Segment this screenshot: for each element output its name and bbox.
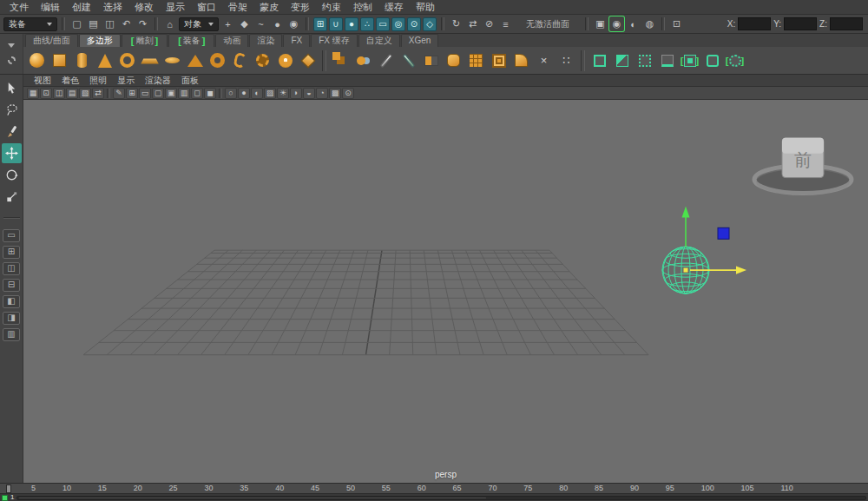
absolute-transform-icon[interactable]: ⊡ — [669, 16, 684, 31]
multisample-icon[interactable]: ▩ — [329, 88, 341, 99]
manipulator-plane-handle[interactable] — [718, 227, 729, 239]
perspective-viewport[interactable]: 前 persp — [23, 100, 868, 483]
menu-item[interactable]: 控制 — [347, 0, 378, 14]
multi-cut-icon[interactable] — [375, 49, 397, 72]
menu-item[interactable]: 缓存 — [378, 0, 410, 14]
range-bar-handle[interactable] — [19, 498, 485, 498]
select-curves-icon[interactable]: ~ — [253, 16, 268, 31]
move-tool[interactable] — [2, 143, 22, 163]
time-slider[interactable]: 5101520253035404550556065707580859095100… — [0, 483, 868, 493]
construction-history-icon[interactable]: ⊘ — [482, 16, 496, 31]
axis-input[interactable] — [784, 17, 817, 30]
select-joints-icon[interactable]: ◆ — [237, 16, 252, 31]
selection-mask-selector[interactable]: 对象 — [179, 17, 219, 31]
menu-item[interactable]: 骨架 — [222, 0, 253, 14]
safe-title-icon[interactable]: ◼ — [204, 88, 216, 99]
save-scene-icon[interactable]: ◫ — [102, 16, 117, 31]
manipulator-x-arrowhead[interactable] — [736, 267, 746, 274]
lights-icon[interactable]: ☀ — [277, 88, 289, 99]
poly-disc-icon[interactable] — [161, 49, 183, 72]
render-settings-icon[interactable]: ◍ — [642, 16, 657, 31]
redo-icon[interactable]: ↷ — [135, 16, 150, 31]
image-plane-icon[interactable]: ▧ — [79, 88, 91, 99]
poly-cone-icon[interactable] — [94, 49, 115, 72]
panel-menu-item[interactable]: 渲染器 — [140, 75, 176, 87]
poly-cube-icon[interactable] — [49, 49, 70, 72]
panel-menu-item[interactable]: 照明 — [84, 75, 112, 87]
snap-center-icon[interactable]: ⊙ — [407, 17, 421, 31]
smooth-shade-icon[interactable]: ● — [238, 88, 250, 99]
poly-pipe-icon[interactable] — [207, 49, 228, 72]
menu-item[interactable]: 约束 — [316, 0, 347, 14]
layout-hypershade-persp[interactable]: ▥ — [3, 328, 20, 341]
undo-icon[interactable]: ↶ — [119, 16, 134, 31]
layout-single-pane[interactable]: ▭ — [3, 229, 20, 242]
delete-edge-icon[interactable]: × — [533, 49, 555, 72]
shelf-tab[interactable]: FX 缓存 — [311, 34, 358, 47]
multi-component-icon[interactable]: [] — [724, 49, 746, 72]
two-d-pan-zoom-icon[interactable]: ⇄ — [92, 88, 104, 99]
layout-three-pane-left[interactable]: ◧ — [3, 295, 20, 308]
subdivide-icon[interactable] — [465, 49, 487, 72]
input-connections-icon[interactable]: ↻ — [449, 16, 464, 31]
layout-two-pane-stacked[interactable]: ⊟ — [3, 279, 20, 292]
poly-sphere-icon[interactable] — [26, 49, 48, 72]
bookmarks-icon[interactable]: ▤ — [66, 88, 78, 99]
bevel-icon[interactable] — [510, 49, 532, 72]
ambient-occlusion-icon[interactable]: ◒ — [303, 88, 315, 99]
menu-item[interactable]: 显示 — [160, 0, 191, 14]
shelf-tab[interactable]: [装备] — [168, 34, 214, 47]
shelf-tab[interactable]: 动画 — [215, 34, 248, 47]
quad-draw-icon[interactable] — [398, 49, 419, 72]
face-mode-icon[interactable]: [] — [679, 49, 700, 72]
select-handles-icon[interactable]: + — [220, 16, 235, 31]
lock-camera-icon[interactable]: ⊡ — [40, 88, 52, 99]
isolate-select-icon[interactable]: ⊙ — [342, 88, 354, 99]
shelf-tab[interactable]: FX — [283, 34, 310, 47]
shelf-editor-gear-icon[interactable] — [8, 56, 16, 64]
layout-two-pane-side[interactable]: ◫ — [3, 262, 20, 275]
axis-input[interactable] — [738, 17, 771, 30]
append-to-polygon-icon[interactable]: ∷ — [556, 49, 577, 72]
current-time-marker[interactable] — [6, 485, 11, 493]
range-slider[interactable]: 1 — [0, 493, 868, 501]
wireframe-display-icon[interactable]: ○ — [225, 88, 237, 99]
make-live-icon[interactable]: ◎ — [391, 17, 405, 31]
menu-set-selector[interactable]: 装备 — [3, 17, 57, 31]
shelf-tab[interactable]: 曲线/曲面 — [25, 34, 78, 47]
poly-gear-icon[interactable] — [252, 49, 273, 72]
grease-pencil-icon[interactable]: ✎ — [113, 88, 125, 99]
menu-item[interactable]: 窗口 — [191, 0, 222, 14]
poly-helix-icon[interactable] — [229, 49, 251, 72]
default-material-icon[interactable]: ◐ — [251, 88, 263, 99]
resolution-gate-icon[interactable]: ▢ — [152, 88, 164, 99]
manipulator-center-handle[interactable] — [684, 268, 688, 273]
open-scene-icon[interactable]: ▤ — [86, 16, 101, 31]
panel-menu-item[interactable]: 面板 — [176, 75, 204, 87]
smooth-icon[interactable] — [443, 49, 464, 72]
select-deformations-icon[interactable]: ◉ — [286, 16, 301, 31]
list-inputs-icon[interactable]: ≡ — [498, 16, 513, 31]
ipr-render-icon[interactable]: ◐ — [626, 16, 641, 31]
viewport-canvas[interactable]: 前 — [23, 100, 868, 483]
poly-torus-icon[interactable] — [116, 49, 138, 72]
select-surfaces-icon[interactable]: ● — [270, 16, 285, 31]
paint-select-tool[interactable] — [2, 122, 22, 142]
select-hierarchy-icon[interactable]: ⌂ — [162, 16, 177, 31]
layout-four-pane[interactable]: ⊞ — [3, 246, 20, 259]
extrude-icon[interactable] — [488, 49, 510, 72]
field-chart-icon[interactable]: ▥ — [178, 88, 190, 99]
render-current-frame-icon[interactable]: ◉ — [609, 16, 624, 31]
poly-plane-icon[interactable] — [139, 49, 161, 72]
panel-menu-item[interactable]: 显示 — [112, 75, 140, 87]
menu-item[interactable]: 编辑 — [35, 0, 66, 14]
menu-item[interactable]: 创建 — [66, 0, 97, 14]
snap-release-icon[interactable]: ◇ — [423, 17, 437, 31]
soft-select-icon[interactable] — [611, 49, 633, 72]
snap-point-icon[interactable]: ● — [345, 17, 358, 31]
film-gate-icon[interactable]: ▭ — [139, 88, 151, 99]
menu-item[interactable]: 蒙皮 — [253, 0, 285, 14]
menu-item[interactable]: 文件 — [3, 0, 35, 14]
range-bar[interactable] — [16, 496, 866, 500]
axis-input[interactable] — [830, 17, 863, 30]
